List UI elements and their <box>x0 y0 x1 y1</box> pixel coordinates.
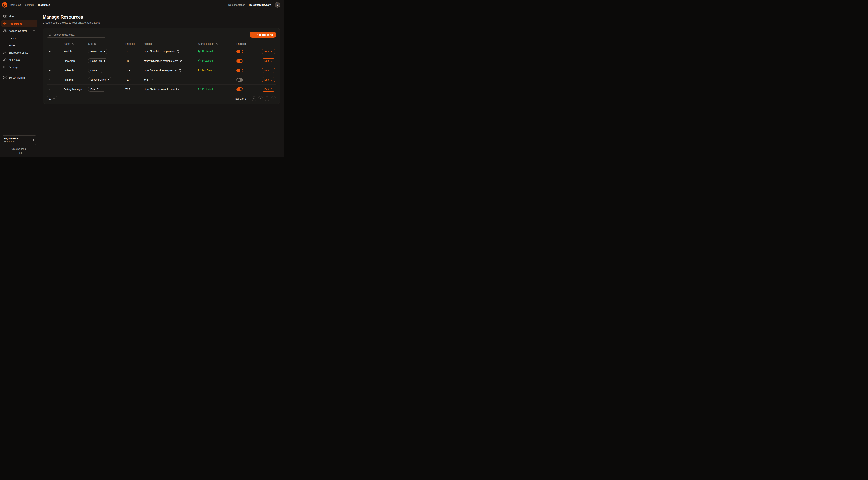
arrow-right-icon <box>270 79 273 81</box>
arrow-up-right-icon <box>101 88 103 90</box>
site-link[interactable]: Second Office <box>88 77 112 82</box>
breadcrumb-separator: › <box>35 3 36 6</box>
edit-button[interactable]: Edit <box>262 68 275 73</box>
copy-icon <box>179 69 182 72</box>
site-link[interactable]: Home Lab <box>88 49 107 54</box>
breadcrumb-org[interactable]: home-lab <box>10 3 21 6</box>
table-row: AuthentikOfficeTCPhttps://authentik.exam… <box>46 65 276 75</box>
sort-icon <box>94 43 96 45</box>
sidebar-item-users[interactable]: Users <box>1 34 37 41</box>
sidebar-item-label: Roles <box>8 44 16 47</box>
sites-icon <box>3 14 6 18</box>
resource-name: Battery Manager <box>63 88 88 91</box>
sidebar-item-resources[interactable]: Resources <box>1 20 37 27</box>
edit-button[interactable]: Edit <box>262 49 275 54</box>
column-header-authentication[interactable]: Authentication <box>198 42 237 45</box>
user-email-menu[interactable]: joe@example.com <box>249 3 271 6</box>
chevron-left-icon <box>259 97 262 100</box>
sort-icon <box>71 43 74 45</box>
arrow-right-icon <box>270 69 273 71</box>
breadcrumb-resources[interactable]: resources <box>38 3 50 6</box>
user-avatar[interactable]: J <box>275 2 280 8</box>
add-resource-button[interactable]: Add Resource <box>250 32 276 38</box>
edit-button[interactable]: Edit <box>262 77 275 82</box>
protocol-value: TCP <box>125 60 144 62</box>
chevron-down-icon <box>53 98 55 100</box>
ellipsis-icon <box>49 60 52 62</box>
row-actions-button[interactable] <box>48 68 52 72</box>
sidebar-item-settings[interactable]: Settings <box>1 63 37 70</box>
enabled-toggle[interactable] <box>237 78 243 82</box>
row-actions-button[interactable] <box>48 78 52 82</box>
access-url: https://authentik.example.com <box>144 69 177 72</box>
copy-button[interactable] <box>178 69 182 72</box>
edit-button[interactable]: Edit <box>262 87 275 92</box>
sidebar-item-server-admin[interactable]: Server Admin <box>1 74 37 81</box>
organization-label: Organization <box>4 137 19 140</box>
ellipsis-icon <box>49 88 52 91</box>
app-window: home-lab › settings › resources Document… <box>0 0 284 157</box>
edit-label: Edit <box>265 79 269 81</box>
first-page-button[interactable] <box>251 96 256 101</box>
page-status: Page 1 of 1 <box>234 97 246 100</box>
ellipsis-icon <box>49 50 52 53</box>
copy-button[interactable] <box>179 59 183 63</box>
organization-selector[interactable]: Organization Home Lab <box>2 136 37 145</box>
sidebar-item-api-keys[interactable]: API Keys <box>1 56 37 63</box>
sidebar-item-roles[interactable]: Roles <box>1 41 37 49</box>
copy-icon <box>151 79 153 81</box>
search-icon <box>49 33 52 36</box>
row-actions-button[interactable] <box>48 59 52 63</box>
prev-page-button[interactable] <box>258 96 263 101</box>
authentication-label: Protected <box>202 50 213 53</box>
enabled-toggle[interactable] <box>237 50 243 53</box>
column-header-name[interactable]: Name <box>63 42 88 45</box>
column-header-site[interactable]: Site <box>88 42 125 45</box>
last-page-button[interactable] <box>271 96 276 101</box>
sidebar-item-label: Sites <box>8 15 14 18</box>
column-header-access: Access <box>144 42 198 45</box>
row-actions-button[interactable] <box>48 50 52 54</box>
documentation-link[interactable]: Documentation <box>228 3 245 6</box>
edit-button[interactable]: Edit <box>262 58 275 63</box>
external-link-icon <box>25 148 27 150</box>
gear-icon <box>3 65 6 69</box>
toggle-knob <box>240 69 243 72</box>
breadcrumb-settings[interactable]: settings <box>25 3 34 6</box>
protocol-value: TCP <box>125 88 144 91</box>
access-url: https://battery.example.com <box>144 88 175 91</box>
column-header-enabled: Enabled <box>237 42 262 45</box>
copy-button[interactable] <box>150 78 154 82</box>
sidebar-item-shareable-links[interactable]: Shareable Links <box>1 49 37 56</box>
column-header-protocol: Protocol <box>125 42 144 45</box>
authentication-label: Protected <box>202 59 213 62</box>
site-link[interactable]: Edge 01 <box>88 87 105 92</box>
row-actions-button[interactable] <box>48 87 52 91</box>
edit-label: Edit <box>265 88 269 90</box>
arrow-right-icon <box>270 88 273 90</box>
table-header: Name Site Protocol Access Authentication <box>46 41 276 47</box>
resource-name: Authentik <box>63 69 88 72</box>
next-page-button[interactable] <box>265 96 270 101</box>
sidebar-item-sites[interactable]: Sites <box>1 13 37 20</box>
key-icon <box>3 58 6 61</box>
authentication-status: Protected <box>198 59 213 62</box>
enabled-toggle[interactable] <box>237 69 243 72</box>
site-link[interactable]: Home Lab <box>88 58 107 63</box>
site-link[interactable]: Office <box>88 68 102 73</box>
enabled-toggle[interactable] <box>237 87 243 91</box>
site-name: Home Lab <box>91 50 102 53</box>
pagination-bar: 20 Page 1 of 1 <box>46 96 276 101</box>
copy-button[interactable] <box>176 87 179 91</box>
table-toolbar: Add Resource <box>46 32 276 38</box>
open-source-link[interactable]: Open Source <box>2 148 37 150</box>
copy-button[interactable] <box>176 50 180 53</box>
arrow-up-right-icon <box>103 51 105 53</box>
site-name: Second Office <box>91 79 106 81</box>
search-input[interactable] <box>53 33 104 36</box>
enabled-toggle[interactable] <box>237 59 243 63</box>
page-size-select[interactable]: 20 <box>46 96 57 101</box>
site-name: Edge 01 <box>91 88 99 90</box>
sidebar-item-access-control[interactable]: Access Control <box>1 27 37 34</box>
access-url: https://bitwarden.example.com <box>144 60 178 62</box>
